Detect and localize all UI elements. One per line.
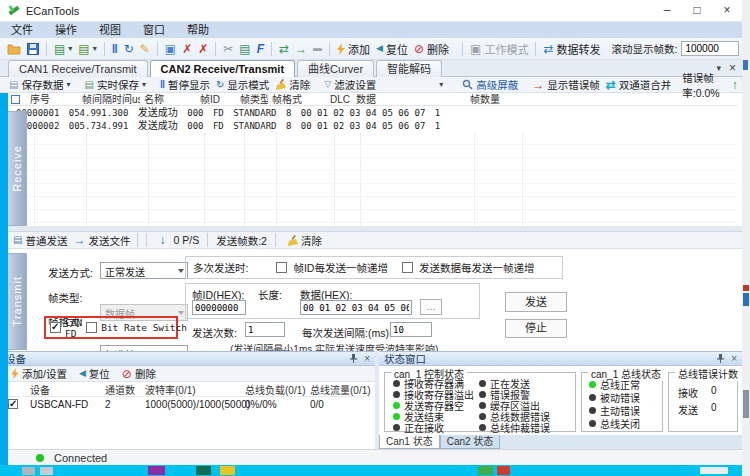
refresh-button[interactable]: ↻ <box>121 42 137 56</box>
loop-button[interactable]: ⇄ <box>276 42 292 56</box>
taskbar-fragment <box>196 466 211 475</box>
import-data-button[interactable]: ▤ ▾ <box>75 42 99 56</box>
device-delete-button[interactable]: ⊘ 删除 <box>119 365 159 382</box>
send-file-button[interactable]: → 发送文件 <box>70 232 133 249</box>
tab-can1[interactable]: CAN1 Receive/Transmit <box>8 60 148 77</box>
receive-side-tab[interactable]: Receive <box>8 111 27 226</box>
down-arrow-icon: ↓ <box>159 234 165 246</box>
led-receiving <box>393 424 400 431</box>
connect-button[interactable]: → <box>292 42 310 56</box>
id-increment-label: 帧ID每发送一帧递增 <box>293 260 388 275</box>
dual-channel-merge-button[interactable]: ⇄ 双通道合并 <box>603 76 675 93</box>
add-button[interactable]: 添加 <box>334 40 373 58</box>
realtime-save-button[interactable]: ▤ 实时保存 ▾ <box>81 76 148 93</box>
device-checkbox[interactable] <box>8 399 18 409</box>
close-button[interactable]: × <box>712 0 742 21</box>
device-manage-button[interactable]: ▣ <box>162 42 179 56</box>
config-button[interactable]: ✗ <box>179 42 195 56</box>
maximize-button[interactable]: □ <box>682 0 712 21</box>
data-forward-button[interactable]: ⇄ 数据转发 <box>540 40 603 58</box>
table-row[interactable]: 00000001 054.991.300 发送成功 000 FD STANDAR… <box>8 106 737 119</box>
display-mode-button[interactable]: ↻ 显示模式 <box>213 76 272 93</box>
minimize-button[interactable]: – <box>652 0 682 21</box>
led-buffer-overflow <box>479 402 486 409</box>
device-add-settings-button[interactable]: 添加/设置 <box>8 365 70 382</box>
export-data-button[interactable]: ▤ ▾ <box>51 42 75 56</box>
bit-rate-switch-checkbox[interactable] <box>86 322 97 333</box>
frame-id-input[interactable] <box>192 300 246 315</box>
tab-can1-status[interactable]: Can1 状态 <box>379 435 440 449</box>
led-passive-error <box>589 394 596 401</box>
tab-curve[interactable]: 曲线Curver <box>297 60 374 77</box>
select-all-checkbox[interactable] <box>11 95 20 104</box>
send-mode-select[interactable]: 正常发送 <box>100 262 188 279</box>
pin-icon[interactable] <box>349 353 358 363</box>
broom-icon <box>275 79 286 90</box>
format-button[interactable]: F <box>254 42 267 56</box>
pause-icon: ‖ <box>160 80 165 90</box>
tab-can2[interactable]: CAN2 Receive/Transmit <box>150 60 296 77</box>
save-button[interactable] <box>24 42 42 56</box>
advanced-mask-button[interactable]: 高级屏蔽 <box>459 76 521 93</box>
menu-file[interactable]: 文件 <box>0 22 44 38</box>
status-panel-title: 状态窗口 <box>384 351 426 366</box>
device-row[interactable]: USBCAN-FD 2 1000(5000)/1000(5000) 0%/0% … <box>0 397 375 412</box>
menu-help[interactable]: 帮助 <box>176 22 220 38</box>
status-bar: Connected <box>0 449 742 465</box>
pause-button[interactable]: ‖ <box>109 42 121 56</box>
show-error-frames-button[interactable]: → 显示错误帧 <box>529 76 603 93</box>
device-panel-close-icon[interactable]: × <box>364 353 370 364</box>
clear-button[interactable]: 清除 <box>272 76 313 93</box>
device-load: 0%/0% <box>245 399 310 410</box>
cut-button[interactable]: ✂ <box>220 42 236 56</box>
menu-operation[interactable]: 操作 <box>44 22 88 38</box>
tab-close-icon[interactable]: × <box>729 62 736 74</box>
col-name: 名称 <box>140 93 196 105</box>
receive-table-body[interactable] <box>8 132 737 226</box>
scroll-count-label: 滚动显示帧数: <box>612 41 678 56</box>
save-data-button[interactable]: ▤ 保存数据 ▾ <box>6 76 73 93</box>
status-panel-close-icon[interactable]: × <box>731 353 737 364</box>
work-mode-button[interactable]: ▣ 工作模式 <box>467 40 531 58</box>
reset-label: 复位 <box>386 41 408 57</box>
send-times-input[interactable] <box>245 322 285 337</box>
back-arrow-icon: ◀ <box>79 369 86 378</box>
edit-button[interactable]: ✎ <box>137 42 153 56</box>
chevron-down-icon: ▾ <box>66 81 70 89</box>
pin-icon[interactable] <box>716 353 725 363</box>
status-tab-bar: Can1 状态 Can2 状态 <box>379 435 742 449</box>
paste-button[interactable]: ▤ <box>236 42 253 56</box>
back-arrow-icon: ◀ <box>376 44 383 53</box>
remove-device-button[interactable]: ✗ <box>195 42 211 56</box>
tab-decode[interactable]: 智能解码 <box>376 60 442 77</box>
open-file-button[interactable] <box>4 42 24 56</box>
menu-view[interactable]: 视图 <box>88 22 132 38</box>
menu-window[interactable]: 窗口 <box>132 22 176 38</box>
interval-input[interactable] <box>390 322 432 337</box>
scroll-count-input[interactable] <box>681 41 739 56</box>
transmit-clear-button[interactable]: 清除 <box>284 232 325 249</box>
device-reset-button[interactable]: ◀ 复位 <box>76 365 113 382</box>
pause-display-button[interactable]: ‖ 暂停显示 <box>157 76 213 93</box>
send-button[interactable]: 发送 <box>505 292 567 312</box>
tab-can2-status[interactable]: Can2 状态 <box>440 435 501 449</box>
normal-send-button[interactable]: ▤ 普通发送 <box>10 232 70 249</box>
data-increment-checkbox[interactable] <box>402 262 413 273</box>
data-increment-label: 发送数据每发送一帧递增 <box>419 260 535 275</box>
id-increment-checkbox[interactable] <box>276 262 287 273</box>
filter-settings-button[interactable]: ▽ 滤波设置 <box>321 76 379 93</box>
data-hex-input[interactable] <box>300 300 412 315</box>
transmit-side-tab[interactable]: Transmit <box>8 253 27 350</box>
delete-button[interactable]: ⊘ 删除 <box>411 40 452 58</box>
data-more-button[interactable]: ... <box>420 299 442 315</box>
stop-button[interactable]: 停止 <box>505 319 567 338</box>
can-fd-checkbox[interactable] <box>50 322 61 333</box>
collapse-button[interactable]: ▬ <box>310 43 325 54</box>
table-row[interactable]: 00000002 005.734.991 发送成功 000 FD STANDAR… <box>8 119 737 132</box>
send-times-label: 发送次数: <box>192 325 237 340</box>
reset-button[interactable]: ◀ 复位 <box>373 40 411 58</box>
forward-icon: ⇄ <box>543 43 553 55</box>
merge-icon: ⇄ <box>606 79 616 91</box>
chevron-down-icon[interactable]: ▾ <box>439 81 443 89</box>
background-taskbar-strip <box>0 465 750 476</box>
